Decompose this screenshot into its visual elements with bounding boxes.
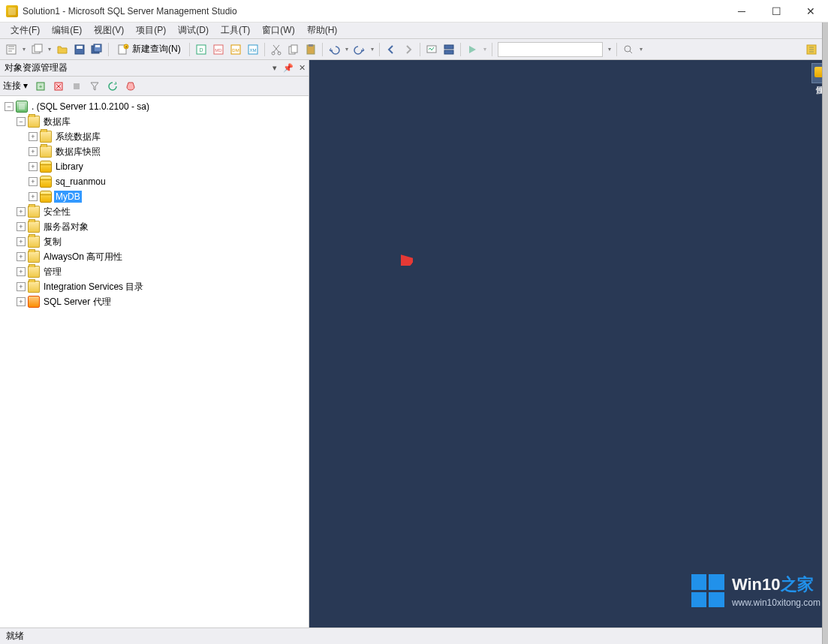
folder-icon: [40, 146, 52, 158]
dropdown-icon[interactable]: ▾: [606, 41, 613, 58]
panel-menu-button[interactable]: ▾: [268, 62, 282, 75]
expander-icon[interactable]: +: [17, 252, 26, 261]
expander-icon[interactable]: +: [29, 162, 38, 171]
expander-icon[interactable]: +: [17, 207, 26, 216]
new-query-label: 新建查询(N): [132, 43, 181, 56]
script-xmla-button[interactable]: XM: [245, 41, 261, 58]
save-all-button[interactable]: [89, 41, 105, 58]
app-icon: [6, 5, 18, 17]
minimize-button[interactable]: ─: [724, 0, 759, 23]
expander-icon[interactable]: +: [29, 147, 38, 156]
expander-icon[interactable]: +: [29, 177, 38, 186]
script-de-button[interactable]: D: [193, 41, 209, 58]
menu-help[interactable]: 帮助(H): [301, 23, 344, 38]
tree-databases-node[interactable]: − 数据库: [2, 114, 307, 129]
separator: [492, 43, 492, 56]
expander-icon[interactable]: +: [17, 297, 26, 306]
tree-snapshots-node[interactable]: + 数据库快照: [2, 144, 307, 159]
dropdown-icon[interactable]: ▾: [637, 41, 645, 58]
expander-icon[interactable]: +: [29, 132, 38, 141]
databases-label: 数据库: [42, 115, 72, 129]
navigate-back-button[interactable]: [383, 41, 399, 58]
dropdown-icon[interactable]: ▾: [481, 41, 489, 58]
refresh-button[interactable]: [104, 78, 121, 95]
connect-server-button[interactable]: +: [32, 78, 49, 95]
svg-text:+: +: [39, 83, 43, 90]
menu-edit[interactable]: 编辑(E): [46, 23, 88, 38]
connect-label[interactable]: 连接 ▾: [3, 80, 28, 92]
tree-sysdb-node[interactable]: + 系统数据库: [2, 129, 307, 144]
menu-project[interactable]: 项目(P): [130, 23, 172, 38]
dropdown-icon[interactable]: ▾: [369, 41, 376, 58]
expander-icon[interactable]: +: [17, 267, 26, 276]
expander-icon[interactable]: +: [17, 222, 26, 231]
tree-server-node[interactable]: − . (SQL Server 11.0.2100 - sa): [2, 99, 307, 114]
panel-titlebar: 对象资源管理器 ▾ 📌 ✕: [0, 60, 309, 77]
tree-replication-node[interactable]: + 复制: [2, 234, 307, 249]
separator: [322, 43, 323, 56]
panel-toolbar: 连接 ▾ +: [0, 77, 309, 96]
options-button[interactable]: [803, 41, 820, 58]
dropdown-icon[interactable]: ▾: [343, 41, 351, 58]
policy-button[interactable]: [122, 78, 139, 95]
main-toolbar: ▾ ▾ ★ 新建查询(N) D MD DM XM ▾ ▾ ▾ ▾ ▾ ▾: [0, 39, 828, 60]
expander-icon[interactable]: +: [29, 192, 38, 201]
tree-library-node[interactable]: + Library: [2, 159, 307, 174]
navigate-forward-button[interactable]: [400, 41, 417, 58]
cut-button[interactable]: [268, 41, 285, 58]
menu-window[interactable]: 窗口(W): [256, 23, 300, 38]
folder-icon: [28, 266, 40, 278]
tree-server-objects-node[interactable]: + 服务器对象: [2, 219, 307, 234]
redo-button[interactable]: [351, 41, 368, 58]
svg-text:MD: MD: [215, 48, 222, 53]
new-query-button[interactable]: ★ 新建查询(N): [112, 41, 186, 58]
folder-icon: [28, 251, 40, 263]
script-mdx-button[interactable]: MD: [210, 41, 227, 58]
dropdown-icon[interactable]: ▾: [20, 41, 28, 58]
undo-button[interactable]: [326, 41, 342, 58]
statusbar: 就绪: [0, 627, 828, 644]
svg-text:D: D: [199, 47, 203, 53]
menu-view[interactable]: 视图(V): [88, 23, 130, 38]
paste-button[interactable]: [303, 41, 319, 58]
registered-servers-button[interactable]: [441, 41, 457, 58]
open-button[interactable]: [54, 41, 71, 58]
expander-icon[interactable]: +: [17, 282, 26, 291]
object-explorer-tree: − . (SQL Server 11.0.2100 - sa) − 数据库 + …: [0, 96, 309, 627]
save-button[interactable]: [71, 41, 88, 58]
dropdown-icon[interactable]: ▾: [46, 41, 53, 58]
disconnect-button[interactable]: [50, 78, 67, 95]
tree-is-node[interactable]: + Integration Services 目录: [2, 279, 307, 294]
find-button[interactable]: [620, 41, 637, 58]
script-dmx-button[interactable]: DM: [227, 41, 244, 58]
start-debug-button[interactable]: [464, 41, 480, 58]
tree-sqruanmou-node[interactable]: + sq_ruanmou: [2, 174, 307, 189]
tree-alwayson-node[interactable]: + AlwaysOn 高可用性: [2, 249, 307, 264]
svg-text:XM: XM: [249, 48, 256, 53]
expander-icon[interactable]: −: [5, 102, 14, 111]
filter-button[interactable]: [86, 78, 103, 95]
sql-agent-icon: [28, 296, 40, 308]
tree-management-node[interactable]: + 管理: [2, 264, 307, 279]
separator: [379, 43, 380, 56]
tree-security-node[interactable]: + 安全性: [2, 204, 307, 219]
menu-debug[interactable]: 调试(D): [172, 23, 215, 38]
folder-icon: [40, 131, 52, 143]
close-button[interactable]: ✕: [793, 0, 828, 23]
menu-file[interactable]: 文件(F): [5, 23, 46, 38]
svg-line-34: [405, 264, 413, 266]
menu-tools[interactable]: 工具(T): [215, 23, 256, 38]
tree-sqlagent-node[interactable]: + SQL Server 代理: [2, 294, 307, 309]
panel-pin-button[interactable]: 📌: [282, 62, 295, 75]
tree-mydb-node[interactable]: + MyDB: [2, 189, 307, 204]
expander-icon[interactable]: −: [17, 117, 26, 126]
maximize-button[interactable]: ☐: [759, 0, 793, 23]
activity-monitor-button[interactable]: [423, 41, 440, 58]
new-project-button[interactable]: [3, 41, 20, 58]
expander-icon[interactable]: +: [17, 237, 26, 246]
panel-close-button[interactable]: ✕: [295, 62, 309, 75]
database-combo[interactable]: [498, 42, 603, 57]
copy-button[interactable]: [285, 41, 302, 58]
stop-button[interactable]: [68, 78, 85, 95]
add-item-button[interactable]: [29, 41, 45, 58]
